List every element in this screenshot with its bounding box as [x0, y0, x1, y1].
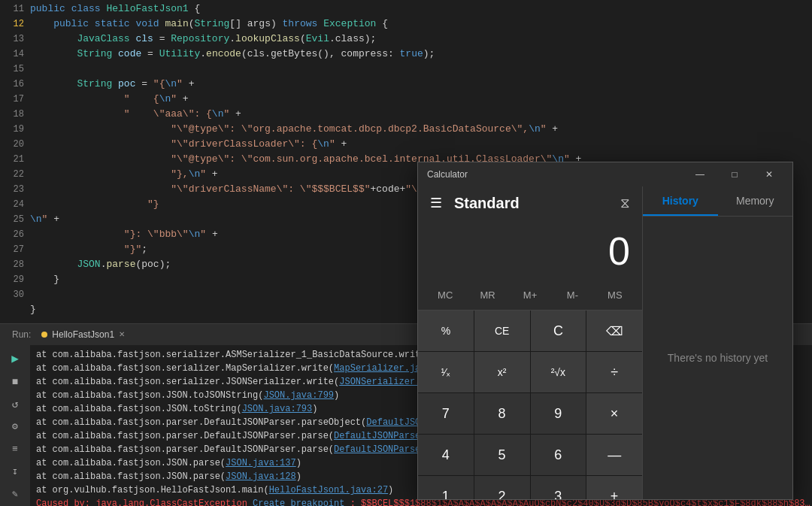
minimize-button[interactable]: —: [683, 162, 717, 186]
sidebar-icon-1[interactable]: ⚙: [3, 417, 27, 437]
nine-button[interactable]: 9: [531, 393, 586, 434]
line-numbers: 11 12 13 14 15 16 17 18 19 20 21 22 23 2…: [0, 0, 30, 317]
calc-body: ☰ Standard ⧖ 0 MC MR M+ M- MS % CE C ⌫: [418, 186, 792, 499]
mr-button[interactable]: MR: [466, 283, 508, 307]
ms-button[interactable]: MS: [594, 283, 636, 307]
calc-buttons-grid: % CE C ⌫ ¹⁄ₓ x² ²√x ÷ 7 8 9 × 4 5 6 — 1 …: [418, 311, 642, 499]
run-tab-item[interactable]: HelloFastJson1 ✕: [34, 324, 132, 345]
eight-button[interactable]: 8: [474, 393, 530, 434]
close-button[interactable]: ✕: [752, 162, 786, 186]
multiply-button[interactable]: ×: [586, 393, 642, 434]
mc-button[interactable]: MC: [424, 283, 466, 307]
ce-button[interactable]: CE: [474, 311, 530, 351]
four-button[interactable]: 4: [418, 435, 474, 475]
run-status-dot: [41, 332, 47, 338]
calc-right-panel: History Memory There's no history yet: [642, 186, 792, 499]
run-tab-label: HelloFastJson1: [52, 327, 114, 342]
divide-button[interactable]: ÷: [586, 352, 642, 392]
calc-display: 0: [418, 220, 642, 280]
run-stop-icon[interactable]: ■: [3, 372, 27, 392]
calc-titlebar: Calculator — □ ✕: [418, 162, 792, 186]
hamburger-menu-icon[interactable]: ☰: [430, 195, 442, 211]
five-button[interactable]: 5: [474, 435, 530, 475]
run-label: Run:: [8, 327, 31, 342]
calc-left-panel: ☰ Standard ⧖ 0 MC MR M+ M- MS % CE C ⌫: [418, 186, 642, 499]
percent-button[interactable]: %: [418, 311, 474, 351]
seven-button[interactable]: 7: [418, 393, 474, 434]
sidebar-icon-2[interactable]: ≡: [3, 440, 27, 459]
sidebar-icon-4[interactable]: ✎: [3, 485, 27, 504]
calc-mode-title: Standard: [454, 195, 620, 212]
two-button[interactable]: 2: [474, 476, 530, 499]
history-tab-label: History: [662, 195, 698, 207]
sidebar-icon-3[interactable]: ↧: [3, 462, 27, 482]
backspace-button[interactable]: ⌫: [586, 311, 642, 351]
run-sidebar: ▶ ■ ↺ ⚙ ≡ ↧ ✎: [0, 345, 30, 506]
memory-tab-label: Memory: [736, 195, 774, 207]
one-button[interactable]: 1: [418, 476, 474, 499]
history-content: There's no history yet: [643, 217, 792, 499]
calc-header: ☰ Standard ⧖: [418, 186, 642, 220]
square-button[interactable]: x²: [474, 352, 530, 392]
calc-history-toggle-icon[interactable]: ⧖: [620, 195, 630, 211]
reciprocal-button[interactable]: ¹⁄ₓ: [418, 352, 474, 392]
six-button[interactable]: 6: [531, 435, 586, 475]
calculator-window: Calculator — □ ✕ ☰ Standard ⧖ 0 MC MR: [417, 162, 793, 500]
run-tab-close[interactable]: ✕: [119, 327, 125, 342]
calc-title: Calculator: [427, 169, 468, 180]
calc-display-value: 0: [608, 229, 630, 274]
history-tab[interactable]: History: [643, 186, 718, 216]
subtract-button[interactable]: —: [586, 435, 642, 475]
no-history-text: There's no history yet: [668, 352, 768, 364]
memory-tab[interactable]: Memory: [718, 186, 793, 216]
mplus-button[interactable]: M+: [509, 283, 551, 307]
clear-button[interactable]: C: [531, 311, 586, 351]
add-button[interactable]: +: [586, 476, 642, 499]
calc-memory-row: MC MR M+ M- MS: [418, 280, 642, 311]
run-rerun-icon[interactable]: ↺: [3, 395, 27, 414]
sqrt-button[interactable]: ²√x: [531, 352, 586, 392]
run-play-icon[interactable]: ▶: [3, 350, 27, 369]
maximize-button[interactable]: □: [717, 162, 752, 186]
window-controls: — □ ✕: [683, 162, 786, 186]
three-button[interactable]: 3: [531, 476, 586, 499]
calc-tabs-bar: History Memory: [643, 186, 792, 217]
mminus-button[interactable]: M-: [551, 283, 593, 307]
